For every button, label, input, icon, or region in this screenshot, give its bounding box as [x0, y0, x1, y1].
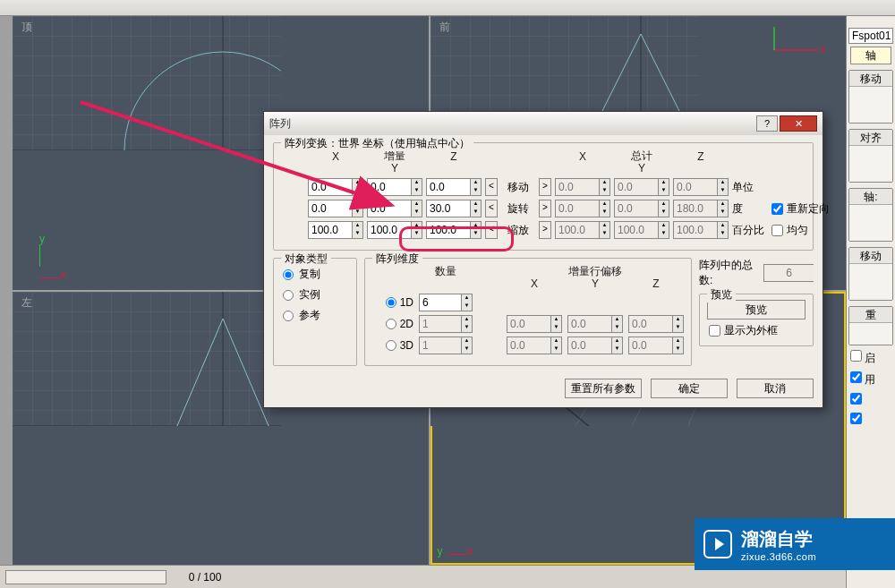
arrow-right-icon[interactable]: > [539, 178, 551, 196]
watermark: 溜溜自学 zixue.3d66.com [695, 518, 895, 570]
array-total: 阵列中的总数: [699, 258, 814, 288]
view-nav-icon[interactable]: x [765, 23, 828, 59]
array-total-value [763, 264, 814, 282]
main-toolbar [0, 0, 895, 16]
arrow-left-icon[interactable]: < [485, 221, 498, 239]
dialog-title: 阵列 [269, 116, 754, 132]
arrow-right-icon[interactable]: > [539, 200, 551, 217]
reset-button[interactable]: 重置所有参数 [565, 379, 642, 398]
time-slider[interactable] [5, 570, 166, 584]
ok-button[interactable]: 确定 [651, 379, 728, 398]
offset-3d-x: ▲▼ [507, 337, 562, 354]
scale-label: 缩放 [501, 223, 535, 238]
rotate-inc-z[interactable]: ▲▼ [426, 200, 482, 217]
axis-gizmo-icon: yx [438, 545, 473, 558]
count-3d: ▲▼ [419, 337, 473, 354]
move-tot-x: ▲▼ [555, 178, 610, 196]
rotate-tot-x: ▲▼ [555, 200, 610, 217]
move-unit: 单位 [732, 180, 768, 195]
close-button[interactable]: ✕ [780, 115, 817, 132]
move-tot-y: ▲▼ [614, 178, 669, 196]
arrow-left-icon[interactable]: < [485, 178, 498, 196]
panel-check-3[interactable] [847, 390, 895, 410]
viewport-label: 左 [21, 295, 32, 311]
panel-check-2[interactable]: 用 [847, 369, 895, 390]
count-2d: ▲▼ [419, 315, 473, 333]
rotate-tot-y: ▲▼ [614, 200, 669, 217]
rotate-tot-z: ▲▼ [673, 200, 729, 217]
array-dimensions-group: 阵列维度 数量 增量行偏移 X Y Z 1D ▲▼ [364, 258, 692, 366]
offset-3d-z: ▲▼ [628, 337, 684, 354]
svg-rect-0 [13, 16, 281, 150]
panel-check-1[interactable]: 启 [847, 347, 895, 369]
offset-2d-z: ▲▼ [628, 315, 684, 333]
preview-group: 预览 预览 显示为外框 [699, 294, 814, 346]
svg-rect-10 [13, 292, 281, 426]
offset-2d-y: ▲▼ [567, 315, 623, 333]
arrow-right-icon[interactable]: > [539, 221, 551, 239]
uniform-check[interactable]: 均匀 [771, 223, 836, 238]
viewport-label: 前 [439, 20, 450, 35]
move-label: 移动 [501, 180, 535, 195]
radio-1d[interactable]: 1D [372, 296, 413, 309]
cancel-button[interactable]: 取消 [737, 379, 814, 398]
radio-2d[interactable]: 2D [372, 318, 413, 330]
move-tot-z: ▲▼ [673, 178, 729, 196]
move-inc-x[interactable]: ▲▼ [308, 178, 363, 196]
count-1d[interactable]: ▲▼ [419, 294, 473, 311]
rollout-move2[interactable]: 移动 [848, 247, 893, 301]
rotate-inc-x[interactable]: ▲▼ [308, 200, 363, 217]
scale-tot-x: ▲▼ [555, 221, 610, 239]
radio-3d[interactable]: 3D [372, 339, 413, 352]
radio-copy[interactable]: 复制 [281, 264, 349, 285]
rollout-weight[interactable]: 重 [848, 306, 893, 345]
offset-3d-y: ▲▼ [567, 337, 623, 354]
command-panel: Fspot01 轴 移动 对齐 轴: 移动 重 启 用 [846, 16, 895, 588]
radio-instance[interactable]: 实例 [281, 285, 349, 305]
scale-inc-z[interactable]: ▲▼ [426, 221, 482, 239]
scale-tot-z: ▲▼ [673, 221, 729, 239]
scale-inc-y[interactable]: ▲▼ [367, 221, 422, 239]
rotate-unit: 度 [732, 201, 768, 217]
help-button[interactable]: ? [756, 115, 778, 132]
rollout-align[interactable]: 对齐 [848, 129, 893, 183]
wireframe-check[interactable]: 显示为外框 [707, 320, 806, 338]
transform-group: 阵列变换：世界 坐标（使用轴点中心） X 增量 Z X 总计 Z Y [273, 142, 814, 251]
move-inc-z[interactable]: ▲▼ [426, 178, 482, 196]
grid-icon [13, 292, 281, 426]
rotate-inc-y[interactable]: ▲▼ [367, 200, 422, 217]
axis-toggle-button[interactable]: 轴 [850, 47, 891, 64]
scale-inc-x[interactable]: ▲▼ [308, 221, 363, 239]
svg-text:x: x [821, 43, 826, 55]
rollout-axis[interactable]: 轴: [848, 188, 893, 242]
dialog-titlebar[interactable]: 阵列 ? ✕ [264, 112, 823, 135]
scale-unit: 百分比 [732, 223, 768, 238]
object-name-input[interactable]: Fspot01 [848, 28, 893, 44]
radio-reference[interactable]: 参考 [281, 305, 349, 326]
move-inc-y[interactable]: ▲▼ [367, 178, 422, 196]
play-icon [703, 530, 732, 558]
scale-tot-y: ▲▼ [614, 221, 669, 239]
grid-icon [13, 16, 281, 150]
viewport-label: 顶 [21, 20, 32, 35]
frame-counter: 0 / 100 [174, 571, 236, 584]
rollout-move[interactable]: 移动 [848, 70, 893, 124]
preview-button[interactable]: 预览 [707, 300, 806, 320]
transform-legend: 阵列变换：世界 坐标（使用轴点中心） [281, 136, 473, 151]
object-type-group: 对象类型 复制 实例 参考 [273, 258, 357, 366]
array-dialog: 阵列 ? ✕ 阵列变换：世界 坐标（使用轴点中心） X 增量 Z X 总计 Z … [263, 111, 823, 408]
panel-check-4[interactable] [847, 410, 895, 430]
offset-2d-x: ▲▼ [507, 315, 562, 333]
reorient-check[interactable]: 重新定向 [771, 201, 836, 217]
arrow-left-icon[interactable]: < [485, 200, 498, 217]
axis-gizmo-icon: yx [39, 233, 66, 281]
rotate-label: 旋转 [501, 201, 535, 217]
